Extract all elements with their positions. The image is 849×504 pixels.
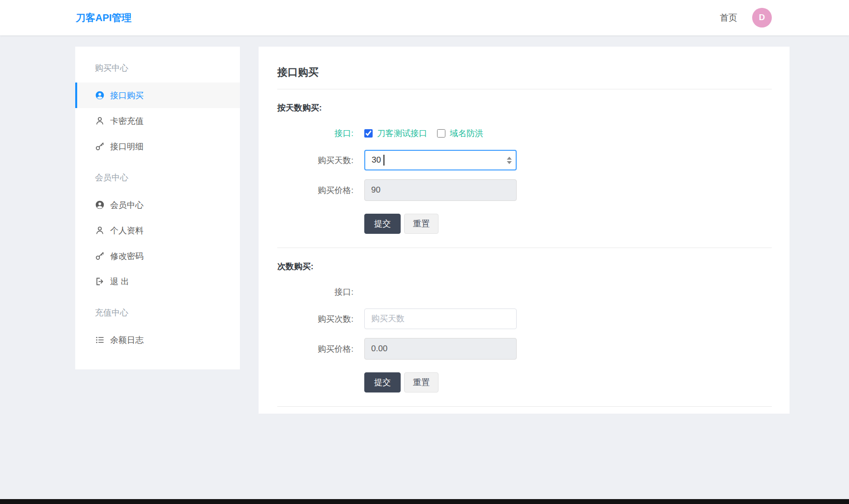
api-checkbox-group: 刀客测试接口 域名防洪 (364, 128, 483, 139)
api-label: 接口: (277, 128, 364, 139)
sidebar-item-logout[interactable]: 退 出 (75, 269, 240, 294)
api-checkbox-flood-label[interactable]: 域名防洪 (450, 128, 483, 139)
brand-logo[interactable]: 刀客API管理 (76, 11, 131, 25)
number-spinner[interactable] (507, 150, 512, 170)
count-form-heading: 次数购买: (277, 261, 772, 272)
count-api-row: 接口: (277, 284, 772, 300)
count-price-input (364, 338, 517, 360)
count-price-row: 购买价格: (277, 338, 772, 360)
sidebar-item-label: 接口购买 (110, 90, 144, 101)
sidebar-item-label: 退 出 (110, 276, 129, 287)
sidebar-section-heading-purchase: 购买中心 (75, 50, 240, 83)
bottom-divider (277, 406, 772, 407)
days-row: 购买天数: (277, 150, 772, 170)
sidebar-item-api-details[interactable]: 接口明细 (75, 134, 240, 159)
count-label: 购买次数: (277, 313, 364, 325)
count-form-buttons: 提交 重置 (277, 372, 772, 392)
section-divider (277, 248, 772, 248)
day-form-heading: 按天数购买: (277, 102, 772, 113)
sidebar-item-change-password[interactable]: 修改密码 (75, 243, 240, 269)
spinner-down-icon[interactable] (507, 161, 512, 164)
day-price-label: 购买价格: (277, 185, 364, 196)
buy-by-count-form: 次数购买: 接口: 购买次数: 购买价格: 提交 重置 (277, 261, 772, 392)
day-form-buttons: 提交 重置 (277, 214, 772, 234)
count-reset-button[interactable]: 重置 (404, 372, 439, 392)
title-divider (277, 89, 772, 89)
sidebar-item-label: 修改密码 (110, 251, 144, 262)
days-input-wrap (364, 150, 517, 170)
api-checkbox-row: 接口: 刀客测试接口 域名防洪 (277, 125, 772, 141)
count-submit-button[interactable]: 提交 (364, 372, 401, 392)
api-checkbox-flood[interactable] (437, 129, 445, 138)
count-api-label: 接口: (277, 286, 364, 298)
sidebar-item-card-recharge[interactable]: 卡密充值 (75, 108, 240, 134)
nav-home-link[interactable]: 首页 (720, 12, 737, 24)
days-label: 购买天数: (277, 155, 364, 166)
sidebar-item-label: 卡密充值 (110, 115, 144, 127)
list-icon (95, 335, 105, 345)
main-panel: 接口购买 按天数购买: 接口: 刀客测试接口 域名防洪 购买天数: (259, 47, 790, 414)
sidebar-item-label: 会员中心 (110, 199, 144, 211)
sidebar-item-label: 余额日志 (110, 335, 144, 346)
day-price-row: 购买价格: (277, 179, 772, 201)
sign-out-icon (95, 277, 105, 286)
top-header: 刀客API管理 首页 D (0, 0, 849, 35)
sidebar-item-label: 个人资料 (110, 225, 144, 236)
sidebar-item-api-purchase[interactable]: 接口购买 (75, 83, 240, 108)
page-body: 购买中心 接口购买 卡密充值 接口明细 会员中心 会员中心 (0, 35, 849, 414)
sidebar-item-member-center[interactable]: 会员中心 (75, 192, 240, 218)
screen-bottom-edge (0, 499, 849, 504)
sidebar-item-label: 接口明细 (110, 141, 144, 152)
user-circle-icon (95, 200, 105, 210)
sidebar-section-heading-recharge: 充值中心 (75, 294, 240, 327)
sidebar-item-profile[interactable]: 个人资料 (75, 218, 240, 243)
user-icon (95, 116, 105, 126)
sidebar: 购买中心 接口购买 卡密充值 接口明细 会员中心 会员中心 (75, 47, 240, 369)
day-reset-button[interactable]: 重置 (404, 214, 439, 234)
day-price-input (364, 179, 517, 201)
buy-by-days-form: 按天数购买: 接口: 刀客测试接口 域名防洪 购买天数: (277, 102, 772, 234)
count-row: 购买次数: (277, 308, 772, 329)
key-icon (95, 141, 105, 151)
user-icon (95, 225, 105, 235)
sidebar-section-heading-member: 会员中心 (75, 159, 240, 192)
key-icon (95, 251, 105, 261)
api-checkbox-test[interactable] (364, 129, 373, 138)
spinner-up-icon[interactable] (507, 157, 512, 160)
day-submit-button[interactable]: 提交 (364, 214, 401, 234)
text-caret (383, 155, 384, 166)
days-input[interactable] (364, 150, 517, 170)
count-price-label: 购买价格: (277, 343, 364, 355)
user-circle-icon (95, 90, 105, 100)
page-title: 接口购买 (277, 65, 772, 79)
sidebar-item-balance-log[interactable]: 余额日志 (75, 327, 240, 353)
count-input[interactable] (364, 308, 517, 329)
user-avatar[interactable]: D (752, 8, 772, 28)
api-checkbox-test-label[interactable]: 刀客测试接口 (377, 128, 427, 139)
